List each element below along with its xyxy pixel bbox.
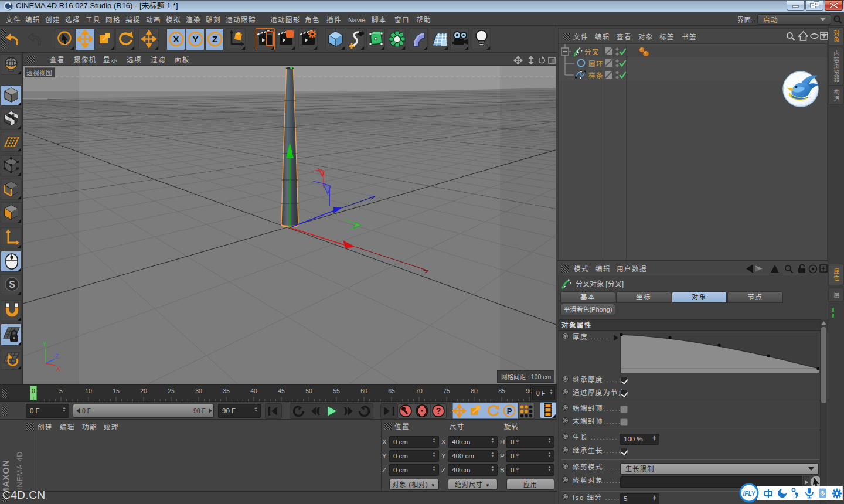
svg-text:X: X [173,34,179,44]
svg-text:Y: Y [192,34,198,44]
svg-text:?: ? [436,406,441,416]
svg-text:Z: Z [212,34,217,44]
svg-text:Z: Z [55,353,59,360]
svg-text:S: S [9,280,15,290]
svg-text:P: P [507,407,512,416]
svg-text:iFLY: iFLY [743,491,756,497]
svg-text:X: X [56,366,60,372]
svg-text:Y: Y [43,341,47,348]
